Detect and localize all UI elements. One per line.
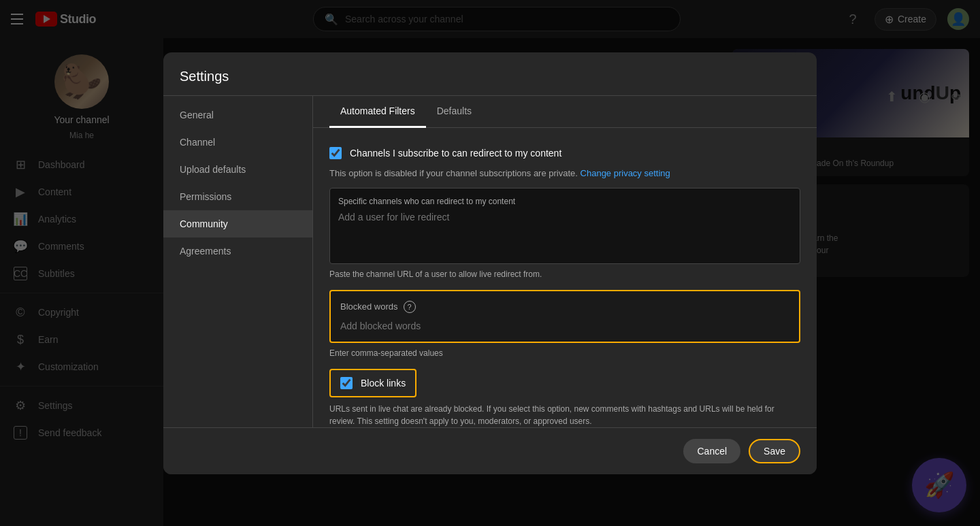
redirect-note: This option is disabled if your channel … — [329, 167, 800, 180]
settings-nav-permissions[interactable]: Permissions — [163, 183, 312, 210]
blocked-words-header: Blocked words ? — [340, 301, 789, 313]
settings-nav-community[interactable]: Community — [163, 210, 312, 237]
save-button[interactable]: Save — [749, 439, 800, 463]
comma-note: Enter comma-separated values — [329, 348, 800, 358]
modal-header: Settings — [163, 52, 817, 96]
modal-footer: Cancel Save — [163, 427, 817, 474]
block-links-checkbox[interactable] — [340, 377, 353, 389]
settings-nav-agreements[interactable]: Agreements — [163, 237, 312, 265]
change-privacy-link[interactable]: Change privacy setting — [581, 168, 670, 178]
settings-modal: Settings General Channel Upload defaults… — [163, 52, 817, 474]
blocked-words-label: Blocked words — [340, 301, 398, 312]
modal-title: Settings — [180, 69, 229, 84]
tab-defaults[interactable]: Defaults — [426, 96, 483, 128]
block-links-wrapper[interactable]: Block links — [329, 369, 416, 397]
settings-nav-general[interactable]: General — [163, 101, 312, 129]
specific-channels-input[interactable] — [338, 212, 791, 252]
modal-right-content: Automated Filters Defaults Channels I su… — [313, 96, 817, 427]
modal-body: General Channel Upload defaults Permissi… — [163, 96, 817, 427]
blocked-words-help-icon[interactable]: ? — [404, 301, 416, 313]
block-links-label: Block links — [361, 378, 406, 389]
automated-filters-content: Channels I subscribe to can redirect to … — [313, 128, 817, 427]
settings-nav-channel[interactable]: Channel — [163, 129, 312, 156]
redirect-checkbox[interactable] — [329, 147, 342, 159]
cancel-button[interactable]: Cancel — [683, 439, 740, 463]
specific-channels-wrapper: Specific channels who can redirect to my… — [329, 188, 800, 264]
blocked-words-input[interactable] — [340, 320, 789, 331]
blocked-words-box: Blocked words ? — [329, 290, 800, 343]
redirect-checkbox-label: Channels I subscribe to can redirect to … — [350, 148, 561, 159]
redirect-checkbox-row: Channels I subscribe to can redirect to … — [329, 142, 800, 165]
tab-bar: Automated Filters Defaults — [313, 96, 817, 128]
specific-channels-label: Specific channels who can redirect to my… — [338, 197, 791, 206]
settings-nav-upload-defaults[interactable]: Upload defaults — [163, 156, 312, 183]
paste-note: Paste the channel URL of a user to allow… — [329, 269, 800, 279]
tab-automated-filters[interactable]: Automated Filters — [329, 96, 426, 128]
block-links-note: URLs sent in live chat are already block… — [329, 403, 800, 427]
modal-sidebar: General Channel Upload defaults Permissi… — [163, 96, 313, 427]
